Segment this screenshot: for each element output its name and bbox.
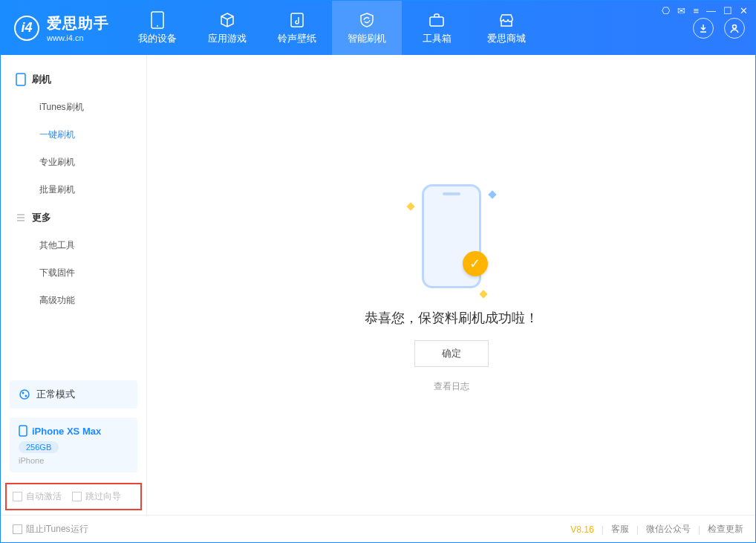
sidebar-group-flash: 刷机	[1, 65, 146, 94]
tab-store[interactable]: 爱思商城	[472, 1, 541, 55]
close-icon[interactable]: ✕	[740, 5, 748, 16]
sidebar-item-download-firmware[interactable]: 下载固件	[1, 259, 146, 287]
list-icon	[16, 212, 26, 223]
tab-ringtones[interactable]: 铃声壁纸	[262, 1, 332, 55]
window-controls: ⎔ ✉ ≡ ― ☐ ✕	[662, 5, 748, 16]
sidebar-group-more: 更多	[1, 204, 146, 232]
svg-rect-3	[430, 17, 443, 26]
main-content: ✓ 恭喜您，保资料刷机成功啦！ 确定 查看日志	[147, 55, 755, 515]
tab-label: 爱思商城	[487, 32, 526, 45]
feedback-icon[interactable]: ✉	[677, 5, 685, 16]
refresh-shield-icon	[358, 11, 376, 29]
group-title: 更多	[32, 211, 51, 224]
device-capacity: 256GB	[19, 441, 59, 453]
footer-link-wechat[interactable]: 微信公众号	[646, 523, 691, 536]
success-message: 恭喜您，保资料刷机成功啦！	[365, 309, 538, 327]
mode-icon	[19, 388, 30, 400]
phone-icon	[19, 425, 27, 437]
svg-point-7	[22, 392, 25, 394]
checkbox-icon	[72, 492, 82, 501]
svg-point-1	[157, 25, 158, 27]
tab-label: 铃声壁纸	[278, 32, 316, 45]
sidebar-item-pro-flash[interactable]: 专业刷机	[1, 149, 146, 176]
cube-icon	[218, 11, 236, 29]
sidebar-item-oneclick-flash[interactable]: 一键刷机	[1, 121, 146, 149]
tab-label: 应用游戏	[208, 32, 247, 45]
mode-card[interactable]: 正常模式	[10, 380, 137, 409]
checkbox-icon	[13, 524, 22, 534]
menu-icon[interactable]: ≡	[693, 5, 699, 16]
checkbox-block-itunes[interactable]: 阻止iTunes运行	[13, 523, 88, 536]
svg-rect-9	[19, 426, 27, 436]
device-name: iPhone XS Max	[32, 426, 101, 437]
tab-label: 我的设备	[138, 32, 177, 45]
checkbox-auto-activate[interactable]: 自动激活	[13, 490, 62, 503]
tshirt-icon[interactable]: ⎔	[662, 5, 670, 16]
svg-rect-5	[16, 74, 25, 85]
toolbox-icon	[428, 11, 446, 29]
tab-label: 智能刷机	[348, 32, 386, 45]
sidebar-item-other-tools[interactable]: 其他工具	[1, 232, 146, 259]
logo[interactable]: i4 爱思助手 www.i4.cn	[1, 1, 123, 55]
maximize-icon[interactable]: ☐	[723, 5, 732, 16]
music-icon	[288, 11, 306, 29]
main-tabs: 我的设备 应用游戏 铃声壁纸 智能刷机 工具箱 爱思商城	[123, 1, 541, 55]
footer-link-update[interactable]: 检查更新	[708, 523, 743, 536]
tab-flash[interactable]: 智能刷机	[332, 1, 402, 55]
success-illustration: ✓	[411, 177, 492, 296]
account-button[interactable]	[724, 18, 745, 39]
checkbox-label: 自动激活	[26, 490, 62, 503]
phone-icon	[16, 73, 26, 86]
checkbox-skip-guide[interactable]: 跳过向导	[72, 490, 121, 503]
footer-link-support[interactable]: 客服	[611, 523, 629, 536]
minimize-icon[interactable]: ―	[706, 5, 716, 16]
svg-point-6	[20, 390, 29, 399]
tab-toolbox[interactable]: 工具箱	[402, 1, 472, 55]
logo-icon: i4	[14, 16, 39, 41]
download-button[interactable]	[693, 18, 714, 39]
device-card[interactable]: iPhone XS Max 256GB iPhone	[10, 417, 137, 472]
app-name: 爱思助手	[47, 13, 109, 33]
tab-apps[interactable]: 应用游戏	[192, 1, 262, 55]
options-row: 自动激活 跳过向导	[5, 483, 142, 510]
tab-label: 工具箱	[423, 32, 452, 45]
sidebar-item-batch-flash[interactable]: 批量刷机	[1, 176, 146, 204]
sidebar-item-itunes-flash[interactable]: iTunes刷机	[1, 94, 146, 121]
group-title: 刷机	[32, 73, 51, 86]
version-label: V8.16	[570, 524, 593, 535]
svg-point-8	[25, 395, 27, 397]
view-log-link[interactable]: 查看日志	[434, 380, 469, 393]
sidebar-item-advanced[interactable]: 高级功能	[1, 287, 146, 314]
svg-point-4	[733, 25, 737, 28]
device-icon	[149, 11, 166, 29]
checkbox-label: 阻止iTunes运行	[26, 523, 88, 536]
ok-button[interactable]: 确定	[414, 340, 489, 367]
tab-my-device[interactable]: 我的设备	[123, 1, 192, 55]
mode-label: 正常模式	[36, 388, 75, 401]
footer: 阻止iTunes运行 V8.16 | 客服 | 微信公众号 | 检查更新	[1, 515, 755, 543]
app-url: www.i4.cn	[47, 33, 109, 42]
store-icon	[498, 11, 515, 29]
check-icon: ✓	[463, 251, 488, 276]
checkbox-icon	[13, 492, 22, 501]
svg-rect-2	[291, 13, 303, 27]
sidebar: 刷机 iTunes刷机 一键刷机 专业刷机 批量刷机 更多 其他工具 下载固件 …	[1, 55, 147, 515]
header: i4 爱思助手 www.i4.cn 我的设备 应用游戏 铃声壁纸 智能刷机 工具…	[1, 1, 755, 55]
checkbox-label: 跳过向导	[85, 490, 121, 503]
device-type: iPhone	[19, 456, 128, 465]
